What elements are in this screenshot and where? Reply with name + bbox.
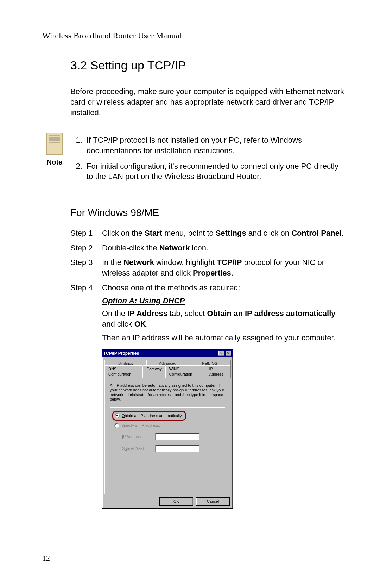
step-body: Click on the Start menu, point to Settin… bbox=[102, 228, 345, 239]
content-column: 3.2 Setting up TCP/IP Before proceeding,… bbox=[70, 57, 345, 508]
text: and click on bbox=[246, 229, 291, 237]
step-body: Choose one of the methods as required: O… bbox=[102, 283, 345, 343]
subnet-mask-row: Subnet Mask: bbox=[122, 445, 221, 452]
keyword-ok: OK bbox=[134, 320, 146, 328]
keyword-network: Network bbox=[124, 258, 154, 267]
titlebar-buttons: ? ✕ bbox=[218, 351, 232, 356]
step-body: In the Network window, highlight TCP/IP … bbox=[102, 257, 345, 278]
keyword-tcpip: TCP/IP bbox=[217, 258, 242, 267]
subsection-title: For Windows 98/ME bbox=[70, 206, 345, 219]
text: menu, point to bbox=[162, 229, 216, 237]
ok-button[interactable]: OK bbox=[159, 497, 193, 506]
note-item: For initial configuration, it's recommen… bbox=[84, 161, 345, 182]
dialog-button-bar: OK Cancel bbox=[102, 495, 233, 508]
keyword-ip-address: IP Address bbox=[127, 309, 167, 318]
ip-address-input[interactable] bbox=[155, 433, 199, 440]
option-a-title: Option A: Using DHCP bbox=[102, 296, 345, 306]
text: icon. bbox=[190, 243, 208, 252]
section-title: 3.2 Setting up TCP/IP bbox=[70, 57, 345, 76]
subnet-mask-label: Subnet Mask: bbox=[122, 446, 150, 451]
step-2: Step 2 Double-click the Network icon. bbox=[70, 243, 345, 253]
tabs-area: Bindings Advanced NetBIOS DNS Configurat… bbox=[102, 357, 233, 495]
note-aside: Note bbox=[39, 133, 70, 167]
tab-wins-configuration[interactable]: WINS Configuration bbox=[165, 365, 206, 378]
keyword-obtain-auto: Obtain an IP address automatically bbox=[207, 309, 335, 318]
ip-address-label: IP Address: bbox=[122, 434, 150, 439]
step-label: Step 4 bbox=[70, 283, 102, 343]
note-label: Note bbox=[47, 157, 62, 167]
text: On the bbox=[102, 309, 127, 318]
tab-row-front: DNS Configuration Gateway WINS Configura… bbox=[104, 365, 230, 378]
radio-icon bbox=[114, 423, 119, 428]
text: tab, select bbox=[167, 309, 207, 318]
text: In the bbox=[102, 258, 124, 267]
ip-address-row: IP Address: bbox=[122, 433, 221, 440]
note-item: If TCP/IP protocol is not installed on y… bbox=[84, 135, 345, 156]
help-button[interactable]: ? bbox=[218, 351, 224, 356]
option-a-p2: Then an IP address will be automatically… bbox=[102, 333, 345, 343]
step-1: Step 1 Click on the Start menu, point to… bbox=[70, 228, 345, 239]
text: Choose one of the methods as required: bbox=[102, 283, 345, 293]
page-number: 12 bbox=[42, 553, 50, 563]
keyword-network: Network bbox=[159, 243, 190, 252]
text: Click on the bbox=[102, 229, 145, 237]
radio-specify[interactable]: Specify an IP address: bbox=[114, 423, 221, 428]
keyword-start: Start bbox=[145, 229, 162, 237]
tab-ip-address[interactable]: IP Address bbox=[205, 365, 231, 378]
text: . bbox=[231, 268, 233, 277]
step-label: Step 3 bbox=[70, 257, 102, 278]
radio-obtain-auto[interactable]: Obtain an IP address automatically bbox=[112, 411, 186, 421]
tcpip-properties-dialog: TCP/IP Properties ? ✕ Bindings Advanced … bbox=[102, 349, 233, 509]
running-header: Wireless Broadband Router User Manual bbox=[42, 30, 345, 41]
radio-label: Obtain an IP address automatically bbox=[122, 413, 182, 419]
keyword-control-panel: Control Panel bbox=[291, 229, 342, 237]
step-label: Step 1 bbox=[70, 228, 102, 239]
step-3: Step 3 In the Network window, highlight … bbox=[70, 257, 345, 278]
keyword-settings: Settings bbox=[216, 229, 246, 237]
note-list: If TCP/IP protocol is not installed on y… bbox=[70, 133, 345, 187]
section-intro: Before proceeding, make sure your comput… bbox=[70, 86, 345, 118]
document-page: Wireless Broadband Router User Manual 3.… bbox=[0, 0, 380, 588]
ip-mode-group: Obtain an IP address automatically Speci… bbox=[110, 407, 225, 470]
text: window, highlight bbox=[154, 258, 217, 267]
text: . bbox=[146, 320, 148, 328]
note-page-icon bbox=[46, 133, 63, 155]
step-label: Step 2 bbox=[70, 243, 102, 253]
note-block: Note If TCP/IP protocol is not installed… bbox=[39, 128, 345, 192]
dialog-description: An IP address can be automatically assig… bbox=[110, 383, 225, 402]
tab-panel-ip-address: An IP address can be automatically assig… bbox=[104, 378, 230, 494]
keyword-properties: Properties bbox=[193, 268, 231, 277]
radio-icon bbox=[115, 413, 120, 418]
step-body: Double-click the Network icon. bbox=[102, 243, 345, 253]
tab-dns-configuration[interactable]: DNS Configuration bbox=[104, 365, 143, 378]
text: . bbox=[342, 229, 344, 237]
subnet-mask-input[interactable] bbox=[155, 445, 199, 452]
tab-gateway[interactable]: Gateway bbox=[142, 365, 165, 378]
dialog-titlebar[interactable]: TCP/IP Properties ? ✕ bbox=[102, 350, 233, 357]
option-a-p1: On the IP Address tab, select Obtain an … bbox=[102, 308, 345, 329]
close-button[interactable]: ✕ bbox=[225, 351, 232, 356]
dialog-title: TCP/IP Properties bbox=[103, 351, 139, 356]
text: and click bbox=[102, 320, 134, 328]
steps: Step 1 Click on the Start menu, point to… bbox=[70, 228, 345, 343]
step-4: Step 4 Choose one of the methods as requ… bbox=[70, 283, 345, 343]
text: Double-click the bbox=[102, 243, 159, 252]
radio-label: Specify an IP address: bbox=[121, 423, 160, 428]
cancel-button[interactable]: Cancel bbox=[196, 497, 230, 506]
